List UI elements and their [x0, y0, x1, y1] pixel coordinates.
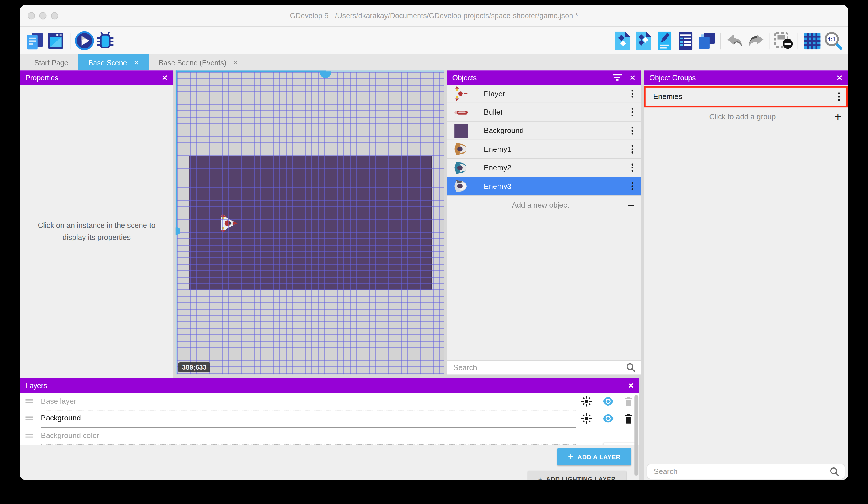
layers-editor-icon[interactable]: [696, 30, 717, 52]
trash-icon[interactable]: [624, 414, 633, 424]
plus-icon: +: [628, 199, 634, 211]
object-row-enemy3[interactable]: Enemy3: [447, 177, 641, 195]
layer-effects-icon[interactable]: [581, 396, 592, 407]
toolbar-separator: [70, 32, 70, 49]
player-instance[interactable]: [219, 213, 240, 235]
layers-panel: Layers ✕ Base layer: [20, 379, 639, 480]
layer-name[interactable]: Background: [41, 414, 81, 422]
plus-icon: +: [538, 476, 542, 480]
game-frame-top-border: [176, 70, 326, 72]
layer-visibility-icon[interactable]: [602, 414, 614, 423]
toolbar-right-group: 1:1: [612, 30, 844, 52]
titlebar: GDevelop 5 - /Users/dkarakay/Documents/G…: [20, 5, 848, 27]
group-label: Enemies: [653, 92, 836, 101]
panel-title: Object Groups: [649, 73, 829, 82]
add-new-object-label: Add a new object: [453, 201, 627, 209]
game-frame-left-border: [176, 70, 177, 231]
properties-empty-state: Click on an instance in the scene to dis…: [20, 85, 173, 378]
layer-name[interactable]: Base layer: [41, 397, 76, 405]
objects-editor-icon[interactable]: [612, 30, 633, 52]
close-icon[interactable]: ✕: [628, 382, 634, 389]
tab-close-icon[interactable]: ✕: [134, 60, 139, 65]
object-menu-icon[interactable]: [629, 106, 636, 118]
svg-text:1:1: 1:1: [828, 36, 835, 42]
add-layer-button[interactable]: + ADD A LAYER: [557, 448, 631, 465]
object-row-player[interactable]: Player: [447, 85, 641, 103]
object-groups-panel-header: Object Groups ✕: [644, 70, 848, 85]
tab-start-page[interactable]: Start Page: [24, 54, 78, 71]
add-lighting-layer-button[interactable]: + ADD LIGHTING LAYER: [528, 471, 626, 480]
trash-icon[interactable]: [624, 396, 633, 406]
filter-icon[interactable]: [613, 74, 622, 81]
instances-list-icon[interactable]: [675, 30, 696, 52]
layer-row-background-color[interactable]: Background color: [20, 427, 639, 444]
debug-icon[interactable]: [95, 30, 116, 52]
drag-handle-icon[interactable]: [25, 400, 35, 403]
close-icon[interactable]: ✕: [629, 74, 636, 81]
tab-base-scene-events[interactable]: Base Scene (Events) ✕: [149, 54, 248, 71]
drag-handle-icon[interactable]: [25, 416, 35, 420]
object-menu-icon[interactable]: [629, 124, 636, 137]
add-new-object-button[interactable]: Add a new object +: [447, 196, 641, 214]
group-row-enemies[interactable]: Enemies: [644, 86, 848, 108]
object-menu-icon[interactable]: [629, 143, 636, 155]
play-icon[interactable]: [74, 30, 95, 52]
add-group-label: Click to add a group: [650, 112, 835, 121]
horizontal-scroll-handle[interactable]: [320, 71, 331, 78]
object-row-enemy1[interactable]: Enemy1: [447, 140, 641, 159]
editor-content: Properties ✕ Click on an instance in the…: [20, 70, 848, 480]
objects-panel: Objects ✕: [447, 70, 641, 374]
add-group-button[interactable]: Click to add a group +: [644, 108, 848, 125]
tab-base-scene[interactable]: Base Scene ✕: [78, 54, 149, 71]
project-manager-icon[interactable]: [24, 30, 45, 52]
plus-icon: +: [835, 111, 841, 122]
properties-empty-message: Click on an instance in the scene to dis…: [29, 220, 165, 243]
redo-icon[interactable]: [745, 30, 766, 52]
layers-scrollbar[interactable]: [634, 395, 638, 476]
layer-visibility-icon[interactable]: [602, 397, 614, 405]
maximize-window-button[interactable]: [51, 12, 58, 19]
toggle-instances-mask-icon[interactable]: [773, 30, 794, 52]
drag-handle-icon[interactable]: [25, 434, 35, 437]
group-menu-icon[interactable]: [836, 90, 842, 103]
enemy2-ship-icon: [453, 160, 468, 175]
tab-bar: Start Page Base Scene ✕ Base Scene (Even…: [20, 54, 848, 71]
layer-row-background[interactable]: Background: [20, 410, 639, 427]
layer-effects-icon[interactable]: [581, 413, 592, 424]
close-window-button[interactable]: [28, 12, 35, 19]
grid-icon[interactable]: [802, 30, 823, 52]
close-icon[interactable]: ✕: [837, 74, 843, 81]
objects-search-input[interactable]: [452, 363, 622, 372]
open-scene-icon[interactable]: [45, 30, 66, 52]
toolbar-separator: [720, 32, 721, 49]
groups-search-input[interactable]: [653, 467, 825, 476]
cursor-coordinates-badge: 389;633: [178, 362, 210, 372]
object-menu-icon[interactable]: [629, 180, 636, 192]
object-label: Enemy2: [484, 164, 629, 172]
object-row-enemy2[interactable]: Enemy2: [447, 159, 641, 177]
object-row-bullet[interactable]: Bullet: [447, 103, 641, 122]
object-menu-icon[interactable]: [629, 162, 636, 174]
tab-close-icon[interactable]: ✕: [233, 60, 238, 65]
object-row-background[interactable]: Background: [447, 122, 641, 140]
object-label: Background: [484, 127, 629, 135]
minimize-window-button[interactable]: [39, 12, 46, 19]
layer-row-base[interactable]: Base layer: [20, 393, 639, 410]
vertical-scroll-handle[interactable]: [176, 227, 180, 235]
object-label: Bullet: [484, 108, 629, 117]
object-label: Enemy3: [484, 182, 629, 190]
object-menu-icon[interactable]: [629, 88, 636, 100]
add-lighting-layer-label: ADD LIGHTING LAYER: [546, 476, 616, 480]
properties-editor-icon[interactable]: [654, 30, 675, 52]
object-groups-editor-icon[interactable]: [633, 30, 654, 52]
desktop: GDevelop 5 - /Users/dkarakay/Documents/G…: [0, 0, 868, 504]
tab-label: Start Page: [34, 59, 68, 67]
objects-list: Player Bullet: [447, 85, 641, 360]
zoom-original-icon[interactable]: 1:1: [823, 30, 844, 52]
undo-icon[interactable]: [724, 30, 745, 52]
properties-panel: Properties ✕ Click on an instance in the…: [20, 70, 173, 378]
scene-canvas[interactable]: 389;633: [176, 70, 444, 374]
layer-name[interactable]: Background color: [41, 431, 99, 440]
close-icon[interactable]: ✕: [162, 74, 168, 81]
panel-title: Properties: [25, 73, 154, 82]
